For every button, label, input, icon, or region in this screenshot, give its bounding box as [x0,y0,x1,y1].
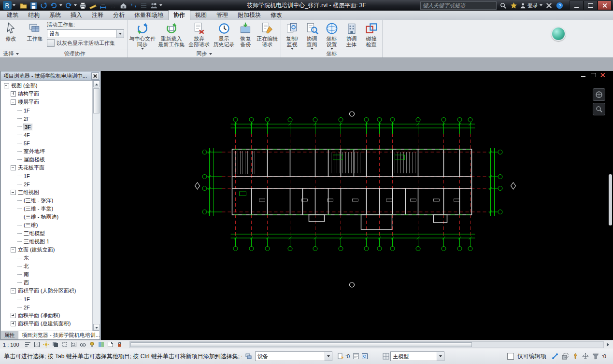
coordination-host-button[interactable]: 协调 主体 [342,21,361,50]
ribbon-tab-5[interactable]: 注释 [87,11,108,20]
collapse-icon[interactable] [11,247,16,252]
select-pinned-icon[interactable] [571,352,580,360]
tree-item[interactable]: 东 [1,254,92,262]
tree-item[interactable]: 三维视图 1 [1,238,92,246]
browser-scrollbar[interactable] [92,81,100,331]
tree-item[interactable]: 2F [1,303,92,311]
tree-item[interactable]: 2F [1,180,92,188]
navigation-wheel-icon[interactable] [593,88,605,101]
relinquish-all-button[interactable]: 放弃 全部请求 [187,21,211,50]
tree-item[interactable]: 面积平面 (净面积) [1,311,92,320]
collapse-icon[interactable] [11,190,16,195]
redo-arrow-icon[interactable] [74,4,77,6]
view-minimize-button[interactable] [580,72,587,78]
ribbon-tab-7[interactable]: 体量和场地 [129,11,168,20]
interference-check-button[interactable]: 碰撞 检查 [362,21,381,50]
zoom-icon[interactable] [593,103,605,115]
tree-item[interactable]: 三维视图 [1,188,92,196]
qat-customize-arrow-icon[interactable] [159,4,162,6]
ribbon-tab-2[interactable]: 结构 [23,11,44,20]
worksets-status-icon[interactable] [244,352,253,360]
editable-only-checkbox[interactable] [507,353,514,360]
close-icon[interactable] [91,72,99,80]
detail-level-icon[interactable] [24,341,32,348]
sign-in-button[interactable]: 登录 [520,2,542,9]
coordinates-button[interactable]: 坐标 设置 [322,21,341,50]
application-menu-button[interactable]: R [1,0,17,11]
redo-icon[interactable] [64,1,72,10]
tree-item[interactable]: (三维) [1,221,92,229]
thin-lines-icon[interactable] [139,1,148,10]
temporary-view-properties-icon[interactable] [106,341,114,348]
select-links-icon[interactable] [551,352,559,360]
tree-item[interactable]: 北 [1,262,92,270]
expand-icon[interactable] [11,91,16,97]
vertical-scrollbar[interactable] [609,174,612,225]
tree-item[interactable]: 5F [1,139,92,147]
undo-icon[interactable] [49,1,58,10]
ribbon-tab-4[interactable]: 插入 [66,11,87,20]
section-icon[interactable] [129,1,138,10]
exchange-apps-icon[interactable] [544,1,553,10]
tree-item[interactable]: 面积平面 (总建筑面积) [1,320,92,328]
filter-icon[interactable] [591,352,600,360]
undo-arrow-icon[interactable] [59,4,62,6]
measure-icon[interactable] [88,1,97,10]
sync-with-central-button[interactable]: 与中心文件 同步 [129,21,156,50]
restore-button[interactable] [584,0,598,10]
open-icon[interactable] [19,1,28,10]
ribbon-tab-1[interactable]: 建筑 [2,11,23,20]
horizontal-scrollbar[interactable] [129,341,604,348]
subscription-star-icon[interactable] [509,1,518,10]
reload-latest-button[interactable]: 重新载入 最新工作集 [157,21,186,50]
tree-item[interactable]: 天花板平面 [1,164,92,172]
tree-item[interactable]: 南 [1,270,92,279]
search-input[interactable] [420,1,497,10]
tree-item[interactable]: 结构平面 [1,90,92,98]
view-restore-button[interactable] [590,72,597,78]
ribbon-tab-8[interactable]: 协作 [168,10,190,20]
project-browser-header[interactable]: 项目浏览器 - 技师学院机电培训中... [1,71,100,81]
active-workset-status-select[interactable]: 设备 [255,351,332,361]
show-crop-region-icon[interactable] [70,341,78,348]
tree-item[interactable]: 2F [1,114,92,123]
worksharing-monitor-icon[interactable] [360,352,369,360]
tree-item[interactable]: 立面 (建筑立面) [1,246,92,254]
tree-item[interactable]: (三维 - 李棠) [1,205,92,213]
sync-with-central-qat-icon[interactable] [39,1,48,10]
tree-item[interactable]: 1F [1,106,92,114]
reveal-hidden-icon[interactable] [88,341,96,348]
aligned-dimension-icon[interactable] [99,1,107,10]
show-worksets-dialog-icon[interactable] [352,352,360,360]
restore-backup-button[interactable]: 恢复 备份 [237,21,254,50]
editing-requests-button[interactable]: 正在编辑 请求 [255,21,279,50]
combobox-arrow-icon[interactable] [437,352,444,361]
design-options-icon[interactable] [382,352,390,360]
gray-inactive-toggle[interactable]: 以灰色显示非活动工作集 [47,39,124,47]
ribbon-tab-9[interactable]: 视图 [190,11,212,20]
shadows-icon[interactable] [51,341,59,348]
design-option-select[interactable]: 主模型 [390,351,444,361]
tree-item[interactable]: 屋面楼板 [1,155,92,164]
default-3d-view-icon[interactable] [119,1,128,10]
collapse-icon[interactable] [11,288,16,294]
temporary-hide-isolate-icon[interactable] [79,341,87,348]
ribbon-tab-6[interactable]: 分析 [108,11,129,20]
view-close-button[interactable] [599,72,606,78]
tree-item[interactable]: 室外地坪 [1,147,92,155]
show-history-button[interactable]: 显示 历史记录 [212,21,236,50]
collapse-icon[interactable] [11,99,16,105]
scrollbar-thumb[interactable] [130,342,472,347]
tree-item[interactable]: 4F [1,131,92,139]
tree-item[interactable]: 1F [1,295,92,303]
modify-button[interactable]: 修改 [1,21,20,50]
close-button[interactable] [598,0,612,10]
save-icon[interactable] [29,1,38,10]
scroll-up-icon[interactable] [93,81,100,87]
scale-button[interactable]: 1 : 100 [3,342,19,348]
tree-item[interactable]: (三维 - 张洋) [1,196,92,205]
worksharing-display-icon[interactable] [97,341,105,348]
search-icon[interactable] [499,1,507,10]
expand-icon[interactable] [11,313,16,318]
properties-tab[interactable]: 属性 [1,331,18,339]
